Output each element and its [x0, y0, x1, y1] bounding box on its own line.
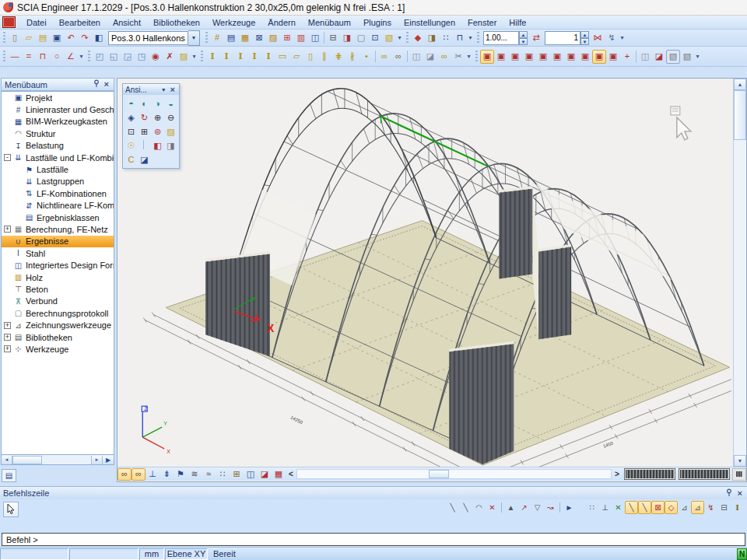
show-loads-icon[interactable]: ⇟	[160, 468, 174, 481]
show-supports-icon[interactable]: ⊥	[146, 468, 160, 481]
tree-expander-icon[interactable]: +	[4, 334, 11, 341]
snap-separator[interactable]	[499, 501, 504, 514]
member-haunch-icon[interactable]: I	[247, 50, 261, 64]
snap-grid-icon[interactable]: ∷	[585, 501, 598, 514]
select-all-icon[interactable]: ▣	[592, 50, 606, 64]
tree-item-bibliotheken[interactable]: + ▤ Bibliotheken	[2, 331, 114, 343]
scroll-up-icon[interactable]: ▲	[734, 79, 746, 90]
tree-item-projekt[interactable]: ▣ Projekt	[2, 92, 114, 103]
tree-item-stahl[interactable]: I Stahl	[2, 247, 114, 259]
tree-item-lf-kombinationen[interactable]: ⇅ LF-Kombinationen	[2, 187, 114, 199]
load-scale-icon[interactable]: ⋈	[591, 31, 605, 45]
tree-item-beton[interactable]: ⊤ Beton	[2, 283, 114, 295]
print-preview-icon[interactable]: ◨	[340, 31, 354, 45]
tree-item-ergebnisklassen[interactable]: ▤ Ergebnisklassen	[2, 212, 114, 223]
measure-icon[interactable]: ⊓	[453, 31, 467, 45]
clip-box-icon[interactable]: C	[124, 153, 138, 166]
toolbar-overflow-icon[interactable]: ▾	[191, 53, 198, 60]
snap-polygon-icon[interactable]: ⊿	[691, 501, 704, 514]
spin-down-icon[interactable]: ▼	[580, 38, 589, 45]
cross-section-icon[interactable]: ⊠	[252, 31, 266, 45]
toolbar-grip[interactable]	[477, 32, 479, 44]
visibility-icon[interactable]: ◉	[149, 50, 163, 64]
snap-tangent-icon[interactable]: ⊿	[678, 501, 691, 514]
dot-grid-icon[interactable]: ∷	[439, 31, 453, 45]
snap-clear-icon[interactable]: ✕	[612, 501, 625, 514]
menu-werkzeuge[interactable]: Werkzeuge	[206, 16, 261, 29]
snap-arc-point-icon[interactable]: ↯	[704, 501, 717, 514]
menu-einstellungen[interactable]: Einstellungen	[398, 16, 461, 29]
trim-icon[interactable]: ✂	[451, 50, 465, 64]
calculation-icon[interactable]: ⊞	[280, 31, 294, 45]
light-icon[interactable]: ☉	[124, 139, 138, 152]
chevron-down-icon[interactable]: ▼	[161, 87, 167, 93]
fast-rendering-icon[interactable]: ∞	[117, 468, 132, 481]
model-canvas[interactable]: 14250 1450	[117, 79, 731, 467]
status-action-button[interactable]: N	[737, 548, 747, 560]
snap-midpoint-icon[interactable]: ╲	[625, 501, 638, 514]
deformation-scale-icon[interactable]: ↯	[605, 31, 619, 45]
snap-gap[interactable]	[576, 501, 585, 514]
snap-segment-icon[interactable]: ╲	[459, 501, 472, 514]
scroll-left-icon[interactable]: ◄	[2, 456, 12, 464]
member-opening-icon[interactable]: ▭	[275, 50, 289, 64]
snap-dimension-icon[interactable]: ⊟	[717, 501, 731, 514]
menu-ansicht[interactable]: Ansicht	[107, 16, 147, 29]
tree-expander-icon[interactable]: +	[4, 322, 11, 329]
load-case-value[interactable]: 1	[545, 31, 580, 45]
toolbar-overflow-icon[interactable]: ▾	[694, 53, 701, 60]
zoom-all-icon[interactable]: ⊞	[138, 125, 151, 138]
expand-panel-icon[interactable]: ▶	[102, 456, 114, 464]
menu-hilfe[interactable]: Hilfe	[503, 16, 532, 29]
select-mode-button[interactable]	[3, 502, 19, 517]
menu-datei[interactable]: Datei	[20, 16, 53, 29]
copy-properties-icon[interactable]: ◪	[423, 50, 437, 64]
new-project-icon[interactable]: ▯	[8, 31, 22, 45]
tree-item-struktur[interactable]: ◠ Struktur	[2, 128, 114, 139]
menu-plugins[interactable]: Plugins	[357, 16, 398, 29]
scroll-right-icon[interactable]: ►	[91, 456, 102, 464]
open-project-icon[interactable]: ▱	[22, 31, 36, 45]
close-icon[interactable]: ×	[169, 86, 177, 94]
menu-bearbeiten[interactable]: Bearbeiten	[53, 16, 107, 29]
combo-dropdown-icon[interactable]: ▼	[188, 30, 200, 46]
command-input[interactable]	[2, 533, 745, 546]
project-data-icon[interactable]: #	[210, 31, 224, 45]
close-icon[interactable]: ×	[736, 489, 744, 498]
draw-rect-icon[interactable]: ⊓	[36, 50, 50, 64]
status-plane[interactable]: Ebene XY	[165, 548, 208, 560]
scrollbar-thumb[interactable]	[734, 90, 746, 140]
view-top-icon[interactable]: ◓	[124, 97, 138, 110]
snap-perpendicular-icon[interactable]: ⊥	[598, 501, 612, 514]
zoom-selection-icon[interactable]: ⊚	[151, 125, 164, 138]
select-nodes-icon[interactable]: ▣	[480, 50, 494, 64]
toolbar-grip[interactable]	[406, 32, 409, 44]
export-icon[interactable]: ⊡	[368, 31, 382, 45]
document-window-icon[interactable]	[2, 16, 16, 28]
tree-item-werkzeuge[interactable]: + ⊹ Werkzeuge	[2, 343, 114, 355]
tree-item-berechnung-fe-netz[interactable]: + ▦ Berechnung, FE-Netz	[2, 223, 114, 235]
menu-aendern[interactable]: Ändern	[261, 16, 301, 29]
show-dot-grid-icon[interactable]: ∷	[216, 468, 230, 481]
draw-parallel-icon[interactable]: =	[22, 50, 36, 64]
show-member-labels-icon[interactable]: ≋	[188, 468, 202, 481]
menu-fenster[interactable]: Fenster	[461, 16, 503, 29]
save-all-icon[interactable]: ▤	[36, 31, 50, 45]
select-center-icon[interactable]: +	[620, 50, 634, 64]
draw-circle-icon[interactable]: ○	[50, 50, 64, 64]
model-3d-view[interactable]: 14250 1450	[117, 79, 731, 467]
scrollbar-thumb[interactable]	[12, 456, 42, 464]
spin-up-icon[interactable]: ▲	[519, 31, 528, 38]
draw-line-icon[interactable]: —	[8, 50, 22, 64]
toolbar-grip[interactable]	[201, 51, 203, 62]
zoom-out-icon[interactable]: ⊖	[164, 111, 177, 124]
snap-none-icon[interactable]: ✕	[486, 501, 499, 514]
rendered-view-icon[interactable]: ∞	[132, 468, 146, 481]
member-column-icon[interactable]: I	[219, 50, 233, 64]
capture-view-icon[interactable]: ◧	[151, 139, 164, 152]
ansicht-toolbar-header[interactable]: Ansi... ▼ ×	[123, 84, 179, 95]
panel-separator[interactable]	[138, 139, 149, 150]
scrollbar-track[interactable]	[734, 140, 746, 455]
view-folder-icon[interactable]: ◪	[652, 50, 666, 64]
tree-expander-icon[interactable]: +	[4, 345, 11, 352]
